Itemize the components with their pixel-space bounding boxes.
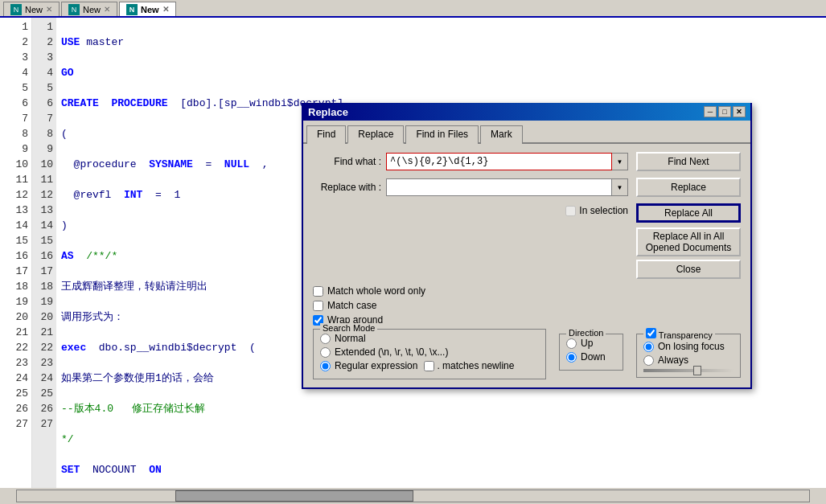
code-line: --版本4.0 修正存储过长解 xyxy=(61,401,821,416)
replace-button[interactable]: Replace xyxy=(636,178,741,197)
code-seq-numbers: 12345 678910 1112131415 1617181920 21222… xyxy=(32,18,56,488)
code-line: SET NOCOUNT ON xyxy=(61,462,821,477)
replace-with-label: Replace with : xyxy=(313,182,381,193)
transparency-losing-label: On losing focus xyxy=(658,341,725,352)
tab-icon-3: N xyxy=(126,4,138,15)
titlebar-buttons: ─ □ ✕ xyxy=(704,106,746,117)
dialog-minimize-button[interactable]: ─ xyxy=(704,106,717,117)
find-what-input[interactable] xyxy=(386,153,612,170)
find-next-button[interactable]: Find Next xyxy=(636,152,741,171)
code-line: USE master xyxy=(61,35,821,50)
scrollbar-thumb[interactable] xyxy=(175,490,413,502)
tab-label-3: New xyxy=(141,5,159,14)
match-whole-word-row: Match whole word only xyxy=(313,285,546,297)
dialog-title: Replace xyxy=(308,106,348,118)
dir-up-row: Up xyxy=(566,338,616,349)
dialog-close-button[interactable]: ✕ xyxy=(733,106,746,117)
transparency-label: Transparency xyxy=(659,330,713,340)
replace-button-group: Replace xyxy=(636,178,741,197)
transparency-slider[interactable] xyxy=(643,369,734,372)
code-line: */ xyxy=(61,432,821,447)
horizontal-scrollbar[interactable] xyxy=(16,490,810,502)
tab-label-1: New xyxy=(25,5,43,14)
match-whole-word-checkbox[interactable] xyxy=(313,286,323,297)
match-case-label: Match case xyxy=(327,300,376,311)
dir-up-label: Up xyxy=(581,338,593,349)
replace-all-group: Replace All xyxy=(636,203,741,223)
search-mode-title: Search Mode xyxy=(320,323,377,333)
transparency-group: Transparency On losing focus Always xyxy=(636,334,741,378)
transparency-losing-radio[interactable] xyxy=(643,342,654,352)
tab-label-2: New xyxy=(83,5,101,14)
dir-up-radio[interactable] xyxy=(566,338,577,349)
direction-title: Direction xyxy=(566,328,606,338)
dialog-titlebar[interactable]: Replace ─ □ ✕ xyxy=(303,103,750,121)
match-whole-word-label: Match whole word only xyxy=(327,285,425,297)
dialog-tab-find-in-files[interactable]: Find in Files xyxy=(405,125,479,144)
transparency-always-row: Always xyxy=(643,354,734,366)
transparency-losing-row: On losing focus xyxy=(643,341,734,352)
search-extended-radio[interactable] xyxy=(320,347,331,358)
direction-group: Direction Up Down xyxy=(559,334,623,371)
dialog-tabs: Find Replace Find in Files Mark xyxy=(303,121,750,144)
transparency-section: Transparency On losing focus Always xyxy=(636,285,741,379)
replace-with-row: Replace with : ▼ Replace xyxy=(313,178,741,197)
search-extended-label: Extended (\n, \r, \t, \0, \x...) xyxy=(335,346,448,358)
search-extended-row: Extended (\n, \r, \t, \0, \x...) xyxy=(320,346,539,358)
slider-track xyxy=(643,369,734,372)
tab-close-1[interactable]: ✕ xyxy=(46,5,52,14)
dialog-maximize-button[interactable]: □ xyxy=(718,106,731,117)
tab-close-2[interactable]: ✕ xyxy=(104,5,110,14)
find-what-dropdown[interactable]: ▼ xyxy=(612,153,628,170)
tab-icon-2: N xyxy=(68,4,80,15)
transparency-always-label: Always xyxy=(658,354,688,366)
matches-newline-label: . matches newline xyxy=(437,360,514,371)
close-button[interactable]: Close xyxy=(636,260,741,279)
replace-all-button[interactable]: Replace All xyxy=(636,203,741,223)
transparency-always-radio[interactable] xyxy=(643,355,654,366)
line-numbers: 12345 678910 1112131415 1617181920 21222… xyxy=(0,18,32,488)
transparency-checkbox[interactable] xyxy=(646,328,656,338)
search-regex-label: Regular expression xyxy=(335,360,417,371)
replace-with-input[interactable] xyxy=(386,178,612,196)
search-regex-radio[interactable] xyxy=(320,361,331,371)
options-section: Match whole word only Match case Wrap ar… xyxy=(313,285,741,379)
match-case-row: Match case xyxy=(313,300,546,311)
search-normal-label: Normal xyxy=(335,333,366,344)
search-regex-row: Regular expression . matches newline xyxy=(320,360,539,371)
options-left: Match whole word only Match case Wrap ar… xyxy=(313,285,546,379)
matches-newline-checkbox[interactable] xyxy=(424,361,434,371)
dialog-tab-find[interactable]: Find xyxy=(306,125,346,144)
right-button-group: Find Next xyxy=(636,152,741,171)
tab-2[interactable]: N New ✕ xyxy=(61,2,117,16)
replace-with-dropdown[interactable]: ▼ xyxy=(612,178,628,196)
match-case-checkbox[interactable] xyxy=(313,301,323,311)
tab-1[interactable]: N New ✕ xyxy=(3,2,60,16)
in-selection-label: In selection xyxy=(565,205,628,216)
dialog-body: Find what : ▼ Find Next Replace with : ▼… xyxy=(303,144,750,387)
bottom-button-group: Replace All in All Opened Documents Clos… xyxy=(636,227,741,279)
tab-icon-1: N xyxy=(10,4,22,15)
find-input-wrap: ▼ xyxy=(386,153,628,170)
replace-dialog: Replace ─ □ ✕ Find Replace Find in Files… xyxy=(302,103,752,389)
in-selection-text: In selection xyxy=(579,205,628,216)
dir-down-row: Down xyxy=(566,351,616,363)
find-what-label: Find what : xyxy=(313,156,381,167)
slider-thumb xyxy=(693,366,701,375)
transparency-title: Transparency xyxy=(643,328,715,340)
dialog-tab-mark[interactable]: Mark xyxy=(480,125,523,144)
tab-3[interactable]: N New ✕ xyxy=(119,2,176,16)
bottom-bar xyxy=(0,488,826,504)
tab-close-3[interactable]: ✕ xyxy=(162,5,169,14)
search-normal-radio[interactable] xyxy=(320,334,331,344)
dialog-tab-replace[interactable]: Replace xyxy=(347,125,404,144)
in-selection-checkbox[interactable] xyxy=(565,206,576,216)
tab-bar: N New ✕ N New ✕ N New ✕ xyxy=(0,0,826,18)
find-what-row: Find what : ▼ Find Next xyxy=(313,152,741,171)
code-line: GO xyxy=(61,65,821,80)
search-mode-group: Search Mode Normal Extended (\n, \r, \t,… xyxy=(313,329,546,379)
dir-down-radio[interactable] xyxy=(566,352,577,363)
replace-all-opened-button[interactable]: Replace All in All Opened Documents xyxy=(636,227,741,256)
replace-input-wrap: ▼ xyxy=(386,178,628,196)
search-normal-row: Normal xyxy=(320,333,539,344)
